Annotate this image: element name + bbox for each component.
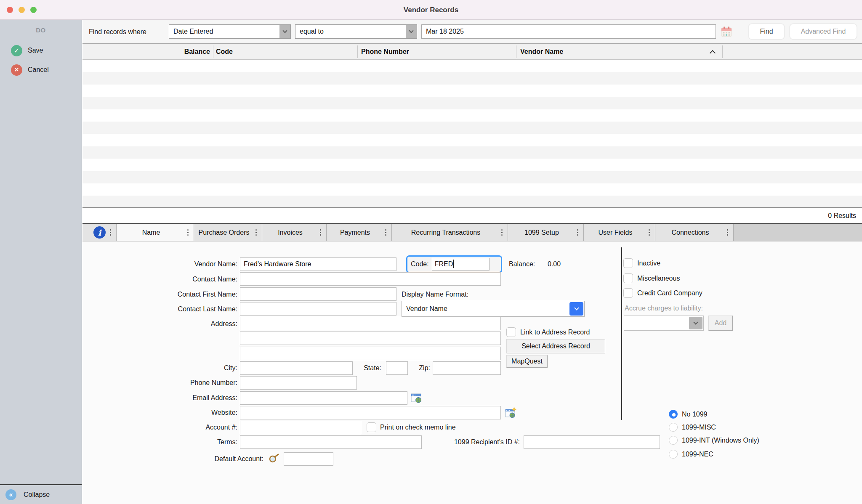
collapse-button[interactable]: « Collapse: [0, 484, 82, 504]
credit-card-company-checkbox[interactable]: [623, 288, 633, 298]
print-on-check-memo-label: Print on check memo line: [380, 423, 456, 432]
chevron-down-icon: [279, 25, 290, 38]
vendor-name-input[interactable]: Fred's Hardware Store: [240, 257, 396, 271]
column-header-code[interactable]: Code: [216, 44, 233, 60]
miscellaneous-label: Miscellaneous: [637, 274, 680, 283]
tab-name[interactable]: Name: [117, 224, 194, 241]
find-value-input[interactable]: Mar 18 2025: [421, 24, 716, 39]
no-1099-radio[interactable]: [669, 410, 678, 419]
tab-1099-setup[interactable]: 1099 Setup: [508, 224, 584, 241]
1099-misc-radio[interactable]: [669, 423, 678, 432]
city-label: City:: [82, 364, 237, 372]
print-on-check-memo-checkbox[interactable]: [367, 422, 376, 432]
save-button-label: Save: [28, 47, 43, 54]
results-bar: 0 Results: [82, 208, 862, 224]
results-table-header: Balance Code Phone Number Vendor Name: [82, 44, 862, 60]
display-name-format-selected: Vendor Name: [402, 302, 569, 316]
display-name-format-label: Display Name Format:: [402, 290, 468, 299]
tab-payments[interactable]: Payments: [327, 224, 392, 241]
recipient-id-input[interactable]: [524, 435, 660, 449]
results-table-body[interactable]: [82, 60, 862, 208]
chevron-down-icon: [689, 317, 702, 329]
email-app-icon[interactable]: [410, 392, 422, 404]
tab-user-fields[interactable]: User Fields: [584, 224, 655, 241]
contact-name-label: Contact Name:: [82, 275, 237, 284]
chevron-down-icon: [406, 25, 417, 38]
balance-value: 0.00: [548, 260, 561, 268]
miscellaneous-checkbox[interactable]: [623, 273, 633, 283]
save-button[interactable]: ✓ Save: [0, 43, 82, 58]
drag-handle-icon[interactable]: [649, 232, 650, 233]
column-header-phone-number[interactable]: Phone Number: [361, 44, 409, 60]
drag-handle-icon[interactable]: [110, 232, 111, 233]
contact-name-input[interactable]: [240, 272, 501, 286]
text-caret: [453, 260, 454, 268]
titlebar: Vendor Records: [0, 0, 862, 20]
1099-nec-radio[interactable]: [669, 450, 678, 459]
1099-int-label: 1099-INT (Windows Only): [682, 436, 759, 445]
city-input[interactable]: [240, 361, 353, 375]
inactive-checkbox[interactable]: [623, 258, 633, 268]
1099-int-radio[interactable]: [669, 436, 678, 445]
display-name-format-dropdown[interactable]: Vendor Name: [402, 301, 585, 317]
cancel-button[interactable]: × Cancel: [0, 63, 82, 77]
link-to-address-record-checkbox[interactable]: [506, 327, 516, 337]
accrue-liability-dropdown[interactable]: [624, 316, 704, 331]
tab-recurring-transactions[interactable]: Recurring Transactions: [392, 224, 508, 241]
find-operator-dropdown[interactable]: equal to: [295, 24, 417, 39]
state-label: State:: [355, 364, 381, 372]
tab-bar: i Name Purchase Orders Invoices Payments…: [82, 224, 862, 241]
contact-last-name-input[interactable]: [240, 302, 396, 316]
find-field-dropdown[interactable]: Date Entered: [169, 24, 291, 39]
account-lookup-icon[interactable]: [268, 453, 280, 464]
phone-number-input[interactable]: [240, 376, 357, 390]
sort-ascending-icon[interactable]: [710, 50, 716, 56]
find-button[interactable]: Find: [748, 24, 785, 40]
website-input[interactable]: [240, 406, 501, 419]
email-address-input[interactable]: [240, 391, 407, 405]
account-number-input[interactable]: [240, 421, 361, 434]
calendar-icon[interactable]: [721, 26, 732, 37]
tab-info[interactable]: i: [82, 224, 117, 241]
zip-input[interactable]: [433, 361, 501, 375]
address-label: Address:: [82, 320, 237, 328]
address-line2-input[interactable]: [240, 332, 501, 345]
tab-connections[interactable]: Connections: [655, 224, 734, 241]
tab-invoices[interactable]: Invoices: [262, 224, 327, 241]
1099-nec-label: 1099-NEC: [682, 450, 713, 459]
vendor-name-label: Vendor Name:: [82, 260, 237, 268]
mapquest-button[interactable]: MapQuest: [506, 355, 548, 368]
inactive-label: Inactive: [637, 259, 660, 268]
select-address-record-button[interactable]: Select Address Record: [506, 339, 605, 353]
drag-handle-icon[interactable]: [320, 232, 321, 233]
collapse-chevrons-icon: «: [5, 489, 16, 500]
drag-handle-icon[interactable]: [255, 232, 257, 233]
state-input[interactable]: [386, 361, 408, 375]
drag-handle-icon[interactable]: [385, 232, 386, 233]
terms-input[interactable]: [240, 435, 422, 449]
phone-number-label: Phone Number:: [82, 379, 237, 387]
column-header-vendor-name[interactable]: Vendor Name: [520, 44, 563, 60]
cancel-button-label: Cancel: [28, 66, 49, 74]
drag-handle-icon[interactable]: [187, 232, 189, 233]
drag-handle-icon[interactable]: [727, 232, 728, 233]
tab-purchase-orders[interactable]: Purchase Orders: [194, 224, 262, 241]
find-records-where-label: Find records where: [89, 20, 146, 44]
address-line3-input[interactable]: [240, 347, 501, 360]
default-account-input[interactable]: [284, 452, 333, 466]
vendor-records-window: Vendor Records DO ✓ Save × Cancel « Coll…: [0, 0, 862, 504]
drag-handle-icon[interactable]: [577, 232, 578, 233]
drag-handle-icon[interactable]: [501, 232, 503, 233]
contact-first-name-input[interactable]: [240, 287, 396, 301]
info-icon: i: [93, 226, 106, 239]
accrue-add-button[interactable]: Add: [708, 316, 733, 331]
email-address-label: Email Address:: [82, 394, 237, 402]
default-account-label: Default Account:: [82, 455, 263, 463]
code-field-group: Code: FRED: [406, 255, 502, 273]
address-line1-input[interactable]: [240, 317, 501, 330]
advanced-find-button[interactable]: Advanced Find: [790, 24, 857, 40]
contact-last-name-label: Contact Last Name:: [82, 305, 237, 313]
code-input[interactable]: FRED: [432, 258, 490, 271]
column-header-balance[interactable]: Balance: [82, 44, 210, 60]
open-website-icon[interactable]: [505, 407, 517, 419]
